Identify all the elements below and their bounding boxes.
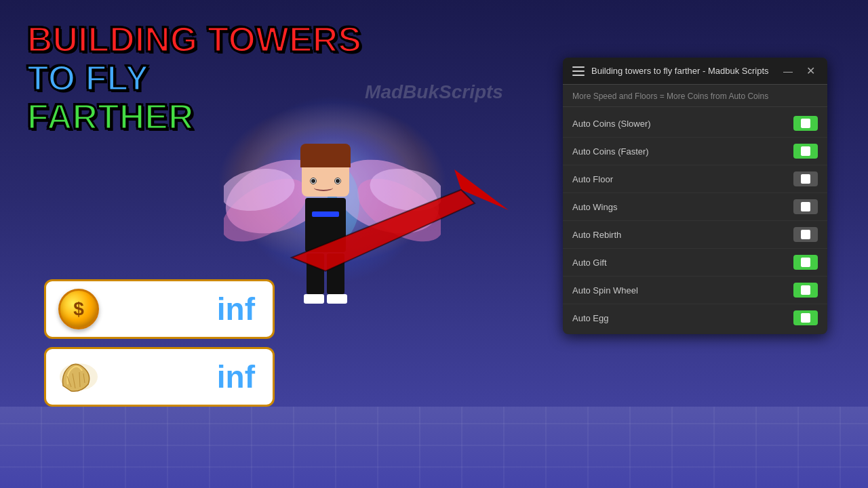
toggle-auto-egg[interactable] <box>793 310 818 325</box>
panel-item-auto-egg: Auto Egg <box>563 304 827 331</box>
coin-icon-area: $ <box>57 287 100 331</box>
toggle-auto-floor[interactable] <box>793 171 818 186</box>
coin-stat-box: $ inf <box>44 279 275 339</box>
minimize-button[interactable]: — <box>779 66 797 77</box>
toggle-inner-auto-coins-faster <box>801 146 810 156</box>
close-button[interactable]: ✕ <box>804 64 818 77</box>
toggle-auto-gift[interactable] <box>793 255 818 270</box>
hamburger-line-3 <box>572 75 585 76</box>
toggle-auto-coins-slower[interactable] <box>793 116 818 131</box>
char-shoe-left <box>304 294 324 304</box>
toggle-inner-auto-wings <box>801 202 810 211</box>
item-label-auto-wings: Auto Wings <box>572 202 617 212</box>
panel-item-auto-wings: Auto Wings <box>563 193 827 221</box>
hamburger-line-2 <box>572 70 585 72</box>
game-title: BUILDING TOWERS TO FLY FARTHER <box>27 20 361 137</box>
wing-icon <box>58 359 100 395</box>
char-shoe-right <box>327 294 347 304</box>
panel-items: Auto Coins (Slower)Auto Coins (Faster)Au… <box>563 107 827 334</box>
title-line1: BUILDING TOWERS <box>27 20 361 59</box>
toggle-inner-auto-gift <box>801 258 810 267</box>
stats-container: $ inf inf <box>44 279 275 407</box>
toggle-auto-rebirth[interactable] <box>793 227 818 242</box>
item-label-auto-floor: Auto Floor <box>572 174 613 184</box>
red-arrow <box>258 149 549 285</box>
panel-item-auto-rebirth: Auto Rebirth <box>563 221 827 249</box>
toggle-inner-auto-egg <box>801 313 810 323</box>
coin-icon: $ <box>58 289 99 329</box>
panel-title: Building towers to fly farther - Madbuk … <box>591 66 772 76</box>
toggle-inner-auto-spin-wheel <box>801 285 810 295</box>
panel-item-auto-coins-slower: Auto Coins (Slower) <box>563 110 827 138</box>
panel-item-auto-floor: Auto Floor <box>563 165 827 193</box>
toggle-auto-coins-faster[interactable] <box>793 144 818 159</box>
title-line2: TO FLY <box>27 59 361 98</box>
item-label-auto-spin-wheel: Auto Spin Wheel <box>572 285 638 296</box>
item-label-auto-coins-slower: Auto Coins (Slower) <box>572 119 651 129</box>
panel-item-auto-spin-wheel: Auto Spin Wheel <box>563 277 827 304</box>
coin-inf-value: inf <box>111 291 262 327</box>
panel-item-auto-coins-faster: Auto Coins (Faster) <box>563 138 827 165</box>
title-line3: FARTHER <box>27 98 361 136</box>
toggle-auto-spin-wheel[interactable] <box>793 283 818 298</box>
toggle-auto-wings[interactable] <box>793 199 818 214</box>
hamburger-icon[interactable] <box>572 66 585 76</box>
toggle-inner-auto-rebirth <box>801 230 810 239</box>
item-label-auto-gift: Auto Gift <box>572 258 607 268</box>
panel-item-auto-gift: Auto Gift <box>563 249 827 277</box>
panel-subtitle: More Speed and Floors = More Coins from … <box>563 85 827 107</box>
wing-stat-box: inf <box>44 347 275 407</box>
script-panel: Building towers to fly farther - Madbuk … <box>563 58 827 334</box>
floor-tiles <box>0 407 868 488</box>
item-label-auto-coins-faster: Auto Coins (Faster) <box>572 146 649 157</box>
toggle-inner-auto-coins-slower <box>801 119 810 128</box>
char-shoes <box>292 294 359 304</box>
hamburger-line-1 <box>572 66 585 68</box>
wing-inf-value: inf <box>111 359 262 395</box>
wing-icon-area <box>57 355 100 399</box>
item-label-auto-egg: Auto Egg <box>572 313 609 323</box>
panel-header: Building towers to fly farther - Madbuk … <box>563 58 827 85</box>
toggle-inner-auto-floor <box>801 174 810 184</box>
item-label-auto-rebirth: Auto Rebirth <box>572 230 621 240</box>
